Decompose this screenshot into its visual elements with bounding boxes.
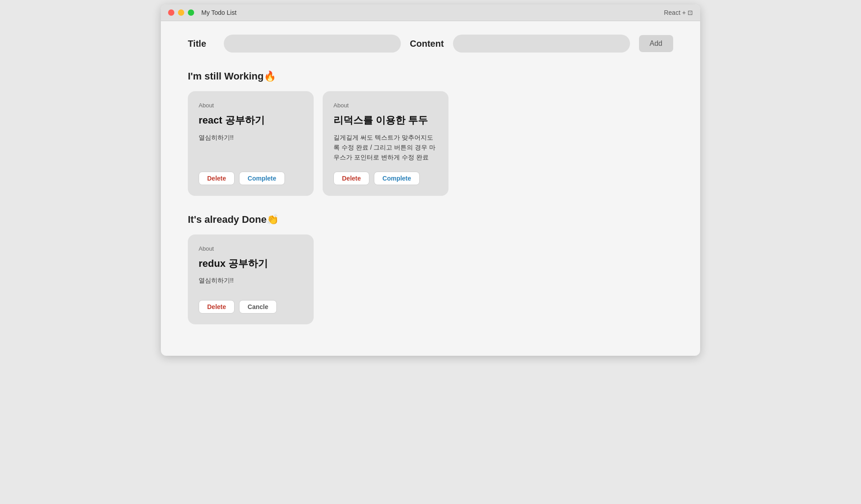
working-card-0: About react 공부하기 열심히하기!! Delete Complete	[188, 91, 314, 196]
content-area: Title Content Add I'm still Working🔥 Abo…	[161, 21, 700, 356]
delete-button-0[interactable]: Delete	[199, 172, 235, 185]
traffic-red-button[interactable]	[168, 9, 174, 16]
done-cards-row: About redux 공부하기 열심히하기!! Delete Cancle	[188, 234, 673, 324]
done-cancle-button-0[interactable]: Cancle	[239, 300, 277, 314]
content-input[interactable]	[453, 35, 630, 53]
card-content-0: 열심히하기!!	[199, 133, 303, 163]
card-content-1: 길게길게 써도 텍스트가 맞추어지도록 수정 완료 / 그리고 버튼의 경우 마…	[333, 133, 438, 163]
delete-button-1[interactable]: Delete	[333, 172, 369, 185]
window-title: My Todo List	[201, 9, 236, 16]
working-cards-row: About react 공부하기 열심히하기!! Delete Complete…	[188, 91, 673, 196]
traffic-yellow-button[interactable]	[178, 9, 184, 16]
done-card-actions-0: Delete Cancle	[199, 300, 303, 314]
card-title-1: 리덕스를 이용한 투두	[333, 114, 438, 127]
titlebar-left: My Todo List	[168, 9, 236, 16]
card-title-0: react 공부하기	[199, 114, 303, 127]
done-section: It's already Done👏 About redux 공부하기 열심히하…	[188, 214, 673, 324]
working-section: I'm still Working🔥 About react 공부하기 열심히하…	[188, 71, 673, 196]
complete-button-1[interactable]: Complete	[374, 172, 420, 185]
done-delete-button-0[interactable]: Delete	[199, 300, 235, 314]
card-label-1: About	[333, 102, 438, 109]
done-card-0: About redux 공부하기 열심히하기!! Delete Cancle	[188, 234, 314, 324]
done-card-content-0: 열심히하기!!	[199, 275, 303, 291]
done-card-title-0: redux 공부하기	[199, 257, 303, 270]
card-actions-1: Delete Complete	[333, 172, 438, 185]
card-actions-0: Delete Complete	[199, 172, 303, 185]
done-card-label-0: About	[199, 245, 303, 252]
titlebar-right: React + ⊡	[664, 9, 693, 16]
traffic-green-button[interactable]	[188, 9, 194, 16]
app-window: My Todo List React + ⊡ Title Content Add…	[161, 4, 700, 356]
working-card-1: About 리덕스를 이용한 투두 길게길게 써도 텍스트가 맞추어지도록 수정…	[323, 91, 448, 196]
titlebar: My Todo List React + ⊡	[161, 4, 700, 21]
title-label: Title	[188, 39, 215, 49]
input-row: Title Content Add	[188, 35, 673, 53]
complete-button-0[interactable]: Complete	[239, 172, 285, 185]
add-button[interactable]: Add	[639, 35, 673, 52]
title-input[interactable]	[224, 35, 401, 53]
working-section-title: I'm still Working🔥	[188, 71, 673, 82]
content-label: Content	[410, 39, 444, 49]
done-section-title: It's already Done👏	[188, 214, 673, 225]
card-label-0: About	[199, 102, 303, 109]
